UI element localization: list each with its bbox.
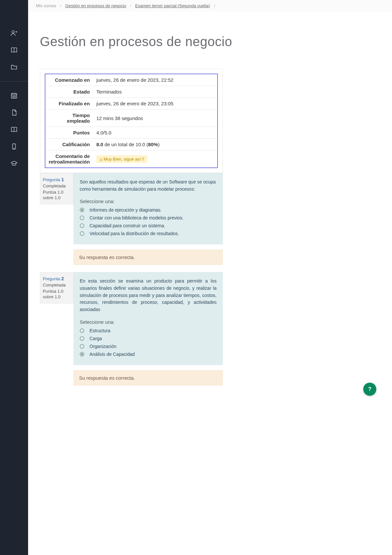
option-row[interactable]: Velocidad para la distribución de result… — [80, 231, 217, 236]
question-state: Completada — [43, 183, 71, 188]
svg-point-6 — [14, 97, 14, 97]
option-label: Estructura — [90, 328, 110, 333]
quiz-summary-table: Comenzado enjueves, 26 de enero de 2023,… — [45, 74, 218, 168]
question-body: En esta sección se examina un producto p… — [74, 272, 223, 365]
question-prompt: Seleccione una: — [80, 319, 217, 325]
svg-point-7 — [15, 97, 15, 97]
svg-point-0 — [12, 31, 14, 33]
mobile-icon[interactable] — [10, 143, 18, 150]
question-meta: Pregunta 2CompletadaPuntúa 1.0 sobre 1.0 — [40, 272, 74, 304]
question-feedback-row: Su respuesta es correcta. — [40, 250, 223, 265]
svg-point-4 — [15, 96, 15, 96]
option-row[interactable]: Organización — [80, 344, 217, 349]
svg-point-9 — [14, 148, 14, 148]
radio-icon[interactable] — [80, 208, 84, 212]
option-label: Contar con una biblioteca de modelos pre… — [90, 215, 184, 220]
summary-label: Calificación — [45, 139, 93, 150]
question-meta: Pregunta 1CompletadaPuntúa 1.0 sobre 1.0 — [40, 173, 74, 204]
document-icon[interactable] — [10, 109, 18, 116]
option-label: Informes de ejecución y diagramas. — [90, 207, 162, 213]
svg-point-2 — [13, 96, 13, 96]
option-label: Carga — [90, 336, 102, 341]
question-prompt: Seleccione una: — [80, 199, 217, 204]
graduation-cap-icon[interactable] — [10, 160, 18, 167]
summary-label: Comentario de retroalimentación — [45, 150, 93, 168]
question-text: En esta sección se examina un producto p… — [80, 278, 217, 313]
summary-value: jueves, 26 de enero de 2023, 23:05 — [93, 98, 218, 110]
summary-label: Puntos — [45, 127, 93, 139]
sidebar-divider — [0, 81, 28, 81]
question-score: Puntúa 1.0 sobre 1.0 — [43, 190, 71, 201]
help-icon: ? — [368, 386, 371, 392]
quiz-summary-card: Comenzado enjueves, 26 de enero de 2023,… — [40, 69, 223, 173]
book-icon[interactable] — [10, 46, 18, 54]
question-text: Son aquellos resultados que esperas de u… — [80, 179, 217, 193]
calendar-icon[interactable] — [10, 92, 18, 99]
summary-value: Terminados — [93, 86, 218, 98]
page-title: Gestión en procesos de negocio — [40, 34, 385, 49]
option-label: Capacidad para construir un sistema. — [90, 223, 165, 228]
help-button[interactable]: ? — [363, 383, 376, 396]
question-body: Son aquellos resultados que esperas de u… — [74, 173, 223, 244]
radio-icon[interactable] — [80, 223, 84, 228]
question-state: Completada — [43, 283, 71, 287]
breadcrumb-sep: / — [130, 3, 131, 8]
radio-icon[interactable] — [80, 344, 84, 349]
courses-icon[interactable] — [10, 126, 18, 133]
option-row[interactable]: Contar con una biblioteca de modelos pre… — [80, 215, 217, 220]
svg-point-3 — [14, 96, 14, 96]
summary-value: 12 mins 38 segundos — [93, 110, 218, 127]
question-label: Pregunta — [43, 276, 61, 281]
question-feedback-row: Su respuesta es correcta. — [40, 370, 223, 386]
option-label: Organización — [90, 344, 117, 349]
user-icon[interactable] — [10, 29, 18, 37]
question-block: Pregunta 1CompletadaPuntúa 1.0 sobre 1.0… — [40, 173, 223, 244]
radio-icon[interactable] — [80, 328, 84, 333]
radio-icon[interactable] — [80, 216, 84, 220]
folder-icon[interactable] — [10, 63, 18, 71]
question-number: 2 — [61, 276, 64, 281]
summary-value: jueves, 26 de enero de 2023, 22:52 — [93, 74, 218, 86]
radio-icon[interactable] — [80, 352, 84, 356]
feedback-badge: ¡¡ Muy Bien, sigue así !! — [96, 155, 148, 163]
question-score: Puntúa 1.0 sobre 1.0 — [43, 289, 71, 300]
summary-feedback: ¡¡ Muy Bien, sigue así !! — [93, 150, 218, 168]
main-content: Mis cursos / Gestión en procesos de nego… — [28, 0, 392, 555]
breadcrumb-sep: / — [214, 3, 215, 8]
breadcrumb: Mis cursos / Gestión en procesos de nego… — [28, 0, 392, 11]
summary-grade-value: 8.0 de un total de 10.0 (80%) — [93, 139, 218, 150]
option-row[interactable]: Capacidad para construir un sistema. — [80, 223, 217, 228]
question-feedback: Su respuesta es correcta. — [74, 370, 223, 386]
summary-label: Finalizado en — [45, 98, 93, 110]
question-feedback: Su respuesta es correcta. — [74, 250, 223, 265]
breadcrumb-sep: / — [60, 3, 61, 8]
summary-label: Estado — [45, 86, 93, 98]
breadcrumb-my-courses[interactable]: Mis cursos — [36, 3, 56, 8]
question-label: Pregunta — [43, 177, 61, 182]
option-row[interactable]: Análisis de Capacidad — [80, 352, 217, 357]
option-label: Análisis de Capacidad — [90, 352, 135, 357]
option-row[interactable]: Carga — [80, 336, 217, 341]
breadcrumb-course[interactable]: Gestión en procesos de negocio — [65, 3, 126, 8]
option-row[interactable]: Estructura — [80, 328, 217, 333]
question-number: 1 — [61, 177, 64, 182]
summary-label: Comenzado en — [45, 74, 93, 86]
radio-icon[interactable] — [80, 336, 84, 341]
question-block: Pregunta 2CompletadaPuntúa 1.0 sobre 1.0… — [40, 272, 223, 365]
sidebar-nav — [0, 0, 28, 555]
summary-label: Tiempo empleado — [45, 110, 93, 127]
breadcrumb-exam[interactable]: Examen tercer parcial (Segunda vuelta) — [135, 3, 210, 8]
option-label: Velocidad para la distribución de result… — [90, 231, 179, 236]
option-row[interactable]: Informes de ejecución y diagramas. — [80, 207, 217, 213]
svg-point-5 — [13, 97, 13, 97]
radio-icon[interactable] — [80, 231, 84, 236]
summary-value: 4.0/5.0 — [93, 127, 218, 139]
